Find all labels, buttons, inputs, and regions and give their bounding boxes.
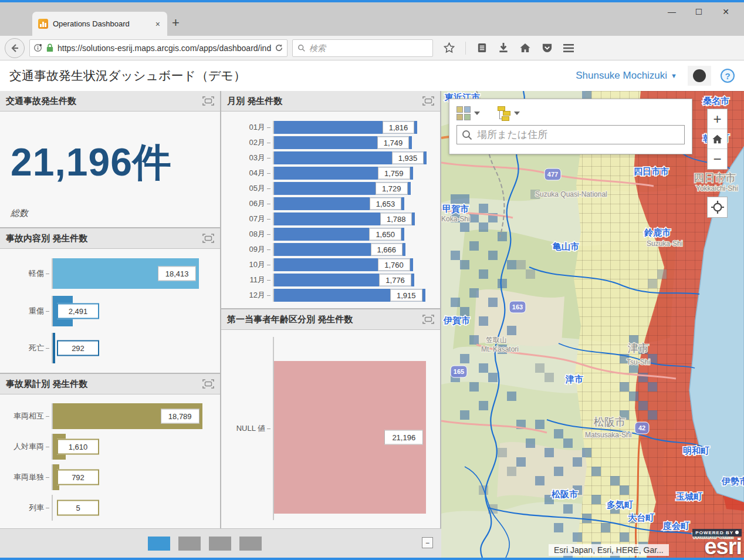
bar-row: 08月1,650 — [221, 227, 432, 242]
chevron-down-icon[interactable]: ▼ — [671, 72, 677, 79]
bar[interactable]: 1,760 — [274, 258, 413, 271]
bar-label: 軽傷 — [0, 268, 52, 279]
locate-button[interactable] — [707, 197, 728, 218]
city-label: 大台町 — [628, 512, 655, 522]
chevron-down-icon — [514, 112, 520, 115]
bar[interactable]: 1,816 — [274, 121, 417, 134]
bar-label: 04月 — [221, 168, 273, 178]
bar-row: NULL 値 21,196 — [221, 337, 432, 520]
bar-value: 1,666 — [371, 244, 403, 256]
expand-icon[interactable] — [202, 379, 214, 389]
panel-total-count: 交通事故発生件数 21,196件 総数 — [0, 91, 220, 227]
help-button[interactable]: ? — [721, 69, 735, 83]
bar-row: 軽傷 18,413 — [0, 256, 212, 291]
map-canvas[interactable]: 477 163 165 42 東近江市 桑名市 朝日町 四日市市 四日市市 Yo… — [441, 91, 744, 558]
bar[interactable]: 1,666 — [274, 243, 405, 256]
navigation-bar — [0, 36, 744, 60]
bar-row: 列車 5 — [0, 493, 212, 522]
bar-label: NULL 値 — [221, 423, 273, 434]
bar[interactable]: 1,749 — [274, 136, 412, 149]
reload-icon[interactable] — [275, 43, 283, 52]
window-minimize-button[interactable]: — — [658, 2, 685, 21]
expand-icon[interactable] — [202, 234, 214, 243]
city-label: Suzuka-Shi — [647, 239, 682, 248]
back-button[interactable] — [5, 38, 25, 58]
bar-label: 重傷 — [0, 306, 52, 316]
home-icon[interactable] — [519, 42, 531, 53]
total-count-caption: 総数 — [11, 208, 28, 219]
bookmark-star-icon[interactable] — [444, 42, 455, 53]
bar[interactable]: 1,915 — [274, 289, 425, 302]
basemap-gallery-dropdown[interactable] — [456, 106, 480, 120]
bar-label: 12月 — [221, 290, 273, 301]
bar-row: 01月1,816 — [221, 120, 432, 135]
window-maximize-button[interactable]: ☐ — [685, 2, 712, 21]
map-search-box[interactable] — [456, 125, 685, 144]
bar[interactable]: 1,776 — [274, 274, 414, 286]
bar[interactable]: 1,935 — [274, 151, 427, 164]
bar-row: 車両相互 18,789 — [0, 402, 212, 431]
bar-value: 21,196 — [384, 430, 423, 445]
url-input[interactable] — [58, 43, 271, 53]
search-icon — [297, 44, 306, 52]
info-icon[interactable] — [33, 43, 42, 52]
city-label: 松阪市 — [551, 489, 578, 499]
bar[interactable] — [53, 333, 55, 363]
page-swatch-3[interactable] — [209, 537, 231, 551]
browser-tab[interactable]: Operations Dashboard × — [32, 12, 167, 36]
titlebar: Operations Dashboard × + — ☐ ✕ — [0, 2, 744, 36]
browser-search-box[interactable] — [292, 39, 433, 57]
browser-search-input[interactable] — [309, 43, 428, 53]
bar[interactable]: 18,413 — [53, 258, 199, 289]
bar-value: 292 — [57, 340, 99, 356]
bar[interactable]: 1,729 — [274, 182, 411, 195]
bar[interactable]: 1,759 — [274, 167, 413, 180]
status-button[interactable] — [688, 66, 711, 86]
window-close-button[interactable]: ✕ — [712, 2, 739, 21]
bar-label: 車両相互 — [0, 411, 52, 421]
new-tab-button[interactable]: + — [172, 16, 180, 29]
bar[interactable]: 1,650 — [274, 228, 404, 241]
pocket-icon[interactable] — [542, 42, 553, 53]
bar-label: 死亡 — [0, 343, 52, 353]
locate-icon — [711, 201, 724, 214]
collapse-panel-button[interactable]: − — [422, 537, 433, 548]
panel-injury-chart: 事故内容別 発生件数 軽傷 18,413 重傷 — [0, 227, 220, 373]
bar[interactable]: 1,788 — [274, 212, 415, 225]
bar[interactable]: 21,196 — [274, 361, 426, 514]
bar[interactable]: 1,653 — [274, 197, 404, 210]
library-icon[interactable] — [476, 42, 488, 53]
page-swatch-4[interactable] — [239, 537, 262, 551]
esri-logo: POWERED BY esri — [685, 526, 742, 556]
page-swatch-2[interactable] — [178, 537, 201, 551]
svg-text:163: 163 — [512, 303, 523, 311]
downloads-icon[interactable] — [498, 42, 509, 53]
status-dot-icon — [693, 69, 706, 82]
menu-icon[interactable] — [563, 43, 574, 53]
mountain-label: 笠取山 — [486, 336, 507, 344]
bar-value: 5 — [57, 500, 99, 516]
tab-close-icon[interactable]: × — [154, 19, 161, 29]
zoom-in-button[interactable]: + — [708, 109, 727, 129]
url-bar[interactable] — [29, 39, 288, 57]
user-menu[interactable]: Shunsuke Mochizuki — [576, 70, 667, 82]
layer-list-dropdown[interactable] — [495, 106, 520, 121]
secure-lock-icon[interactable] — [46, 43, 54, 52]
bar[interactable]: 18,789 — [53, 403, 202, 429]
city-label: 松阪市 — [594, 416, 625, 428]
layer-list-icon — [495, 106, 510, 121]
home-extent-button[interactable] — [708, 129, 727, 149]
bar-row: 04月1,759 — [221, 166, 432, 181]
page-swatch-1[interactable] — [148, 537, 170, 551]
expand-icon[interactable] — [422, 315, 434, 324]
expand-icon[interactable] — [422, 96, 434, 106]
search-icon — [462, 130, 472, 140]
bar-value: 1,653 — [370, 198, 402, 210]
bar-label: 列車 — [0, 502, 52, 513]
city-label: 多気町 — [607, 500, 634, 510]
map-search-input[interactable] — [477, 129, 679, 141]
zoom-out-button[interactable]: − — [708, 149, 727, 169]
basemap-gallery-icon — [456, 106, 471, 120]
expand-icon[interactable] — [202, 96, 214, 106]
bar-label: 07月 — [221, 214, 273, 224]
